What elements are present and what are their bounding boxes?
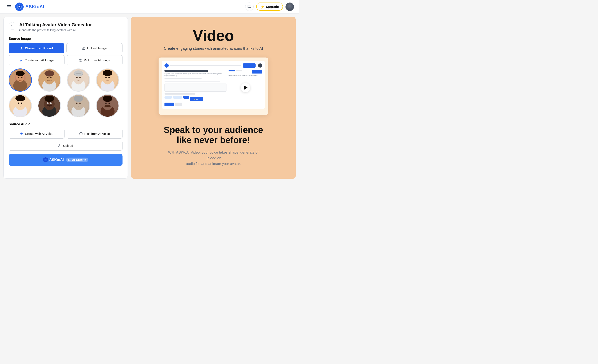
mock-logo-small xyxy=(165,63,169,68)
video-play-area xyxy=(229,77,262,98)
header-right: ⚡ Upgrade xyxy=(245,2,294,11)
svg-point-49 xyxy=(79,103,81,104)
avatar-item-4[interactable] xyxy=(96,68,119,92)
main-content: AI Talking Avatar Video Geneator Generat… xyxy=(0,14,299,182)
main-header: ASKtoAI ⚡ Upgrade xyxy=(0,0,299,14)
svg-point-34 xyxy=(21,103,22,104)
clock-icon-image xyxy=(79,58,82,62)
svg-rect-44 xyxy=(47,105,52,106)
avatar-item-3[interactable] xyxy=(67,68,90,92)
mock-body: Expand short sentences into longer, more… xyxy=(165,70,262,106)
pick-ai-voice-button[interactable]: Pick from AI Voice xyxy=(67,129,123,139)
source-audio-row-1: Create with AI Voice Pick from AI Voice xyxy=(9,129,123,139)
avatar-grid xyxy=(9,68,123,117)
mock-field-1 xyxy=(165,78,202,79)
user-avatar-button[interactable] xyxy=(285,2,294,11)
panel-title-block: AI Talking Avatar Video Geneator Generat… xyxy=(19,22,92,32)
bolt-icon: ⚡ xyxy=(260,5,265,9)
generate-btn-logo: ASKtoAI xyxy=(43,157,64,162)
avatar-item-7[interactable] xyxy=(67,94,90,117)
header-left: ASKtoAI xyxy=(5,2,44,11)
mock-credits-badge xyxy=(175,103,182,106)
svg-point-9 xyxy=(16,71,25,76)
upload-icon xyxy=(82,47,85,50)
svg-point-56 xyxy=(103,96,112,102)
panel-title: AI Talking Avatar Video Geneator xyxy=(19,22,92,28)
clock-voice-icon xyxy=(79,132,83,136)
credit-badge: 50 AI-Credits xyxy=(66,158,88,162)
svg-point-13 xyxy=(47,77,49,78)
svg-point-43 xyxy=(44,96,54,102)
hamburger-menu-button[interactable] xyxy=(5,3,13,10)
svg-point-28 xyxy=(108,77,110,78)
svg-point-15 xyxy=(44,71,54,77)
svg-point-40 xyxy=(47,103,48,104)
upgrade-button[interactable]: ⚡ Upgrade xyxy=(256,2,283,11)
sparkle-voice-icon xyxy=(20,132,23,136)
generate-button[interactable]: ASKtoAI 50 AI-Credits xyxy=(9,154,123,166)
svg-point-14 xyxy=(50,77,51,78)
back-button[interactable] xyxy=(9,22,16,30)
svg-point-54 xyxy=(105,103,107,104)
user-icon xyxy=(20,47,23,50)
back-arrow-icon xyxy=(10,24,14,28)
mock-section-title xyxy=(165,70,208,72)
avatar-item-5[interactable] xyxy=(9,94,32,117)
mock-right-panel: Generate couple of times for the best re… xyxy=(229,70,262,106)
svg-point-33 xyxy=(18,103,19,104)
sparkle-icon xyxy=(19,58,23,62)
mock-open-editor xyxy=(252,70,262,73)
upload-audio-button[interactable]: Upload xyxy=(9,141,123,151)
create-ai-voice-button[interactable]: Create with AI Voice xyxy=(9,129,65,139)
mock-section-desc: Expand short sentences into longer, more… xyxy=(165,73,226,76)
svg-point-8 xyxy=(21,77,22,78)
svg-point-48 xyxy=(76,103,78,104)
right-panel: Video Create engaging stories with anima… xyxy=(131,17,296,179)
panel-subtitle: Generate the prefect talking avatars wit… xyxy=(19,28,92,32)
play-button[interactable] xyxy=(241,83,250,92)
upload-image-button[interactable]: Upload Image xyxy=(66,43,123,53)
svg-rect-16 xyxy=(47,80,48,81)
mock-upgrade-badge xyxy=(243,63,256,68)
svg-point-50 xyxy=(74,96,83,102)
svg-point-21 xyxy=(76,77,78,78)
panel-header: AI Talking Avatar Video Geneator Generat… xyxy=(9,22,123,32)
svg-point-22 xyxy=(79,77,81,78)
svg-rect-57 xyxy=(104,105,110,107)
mock-options: ⚡ Apply xyxy=(165,93,226,106)
source-audio-label: Source Audio xyxy=(9,122,123,126)
mock-avatar-sm xyxy=(258,63,262,68)
right-cta-title: Speak to your audience like never before… xyxy=(164,125,263,145)
svg-point-55 xyxy=(108,103,110,104)
svg-rect-17 xyxy=(51,80,51,81)
right-cta-description: With ASKtoAI Video, your voice takes sha… xyxy=(163,150,264,167)
right-subtitle: Create engaging stories with animated av… xyxy=(164,46,263,51)
source-image-row-2: Create with AI Image Pick from AI Image xyxy=(9,55,123,65)
source-image-label: Source Image xyxy=(9,37,123,41)
mock-results-label: Generate couple of times for the best re… xyxy=(229,75,262,76)
mock-text-area xyxy=(165,83,226,92)
mock-badge-personality xyxy=(173,96,182,99)
upload-audio-icon xyxy=(58,144,61,147)
svg-point-2 xyxy=(21,47,22,48)
avatar-item-6[interactable] xyxy=(38,94,61,117)
svg-point-35 xyxy=(15,95,25,101)
mock-badge-speed xyxy=(183,96,189,99)
chat-button[interactable] xyxy=(245,2,254,11)
svg-point-27 xyxy=(105,77,107,78)
svg-point-42 xyxy=(50,103,51,104)
create-ai-image-button[interactable]: Create with AI Image xyxy=(9,55,65,65)
avatar-item-1[interactable] xyxy=(9,68,32,92)
mock-badge-memory xyxy=(165,96,172,99)
video-mockup-inner: Expand short sentences into longer, more… xyxy=(162,61,265,109)
chose-from-preset-button[interactable]: Chose from Preset xyxy=(9,43,64,53)
video-mockup: Expand short sentences into longer, more… xyxy=(158,57,268,115)
logo-icon xyxy=(15,2,24,11)
mock-header xyxy=(165,63,262,68)
pick-ai-image-button[interactable]: Pick from AI Image xyxy=(67,55,123,65)
avatar-item-2[interactable] xyxy=(38,68,61,92)
svg-point-29 xyxy=(103,70,112,76)
logo: ASKtoAI xyxy=(15,2,44,11)
avatar-item-8[interactable] xyxy=(96,94,119,117)
mock-left-panel: Expand short sentences into longer, more… xyxy=(165,70,226,106)
